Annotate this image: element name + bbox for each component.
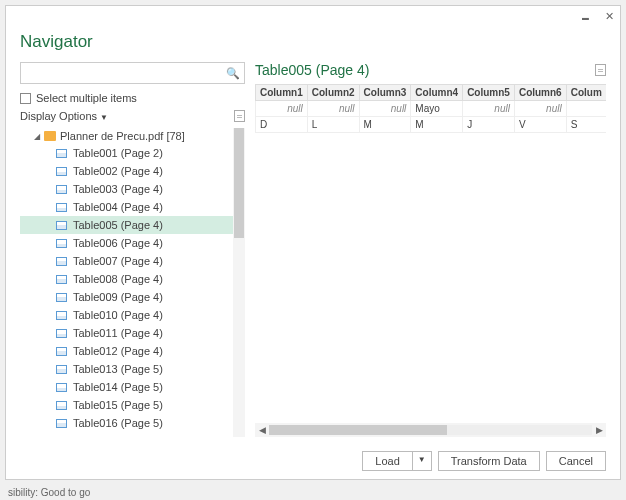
tree-item[interactable]: Table017 (Page 5) — [20, 432, 233, 437]
left-panel: 🔍 Select multiple items Display Options▼… — [20, 62, 245, 437]
transform-button[interactable]: Transform Data — [438, 451, 540, 471]
tree-item[interactable]: Table002 (Page 4) — [20, 162, 233, 180]
load-button[interactable]: Load ▼ — [362, 451, 431, 471]
preview-table: Column1Column2Column3Column4Column5Colum… — [255, 84, 606, 133]
search-icon[interactable]: 🔍 — [226, 67, 240, 80]
table-cell: null — [256, 101, 308, 117]
scroll-right-icon[interactable]: ▶ — [592, 425, 606, 435]
checkbox-icon[interactable] — [20, 93, 31, 104]
table-icon — [56, 383, 67, 392]
collapse-icon[interactable]: ◢ — [34, 132, 40, 141]
table-cell: null — [359, 101, 411, 117]
tree-item-label: Table005 (Page 4) — [73, 219, 163, 231]
table-cell: null — [307, 101, 359, 117]
tree-item[interactable]: Table016 (Page 5) — [20, 414, 233, 432]
tree-item[interactable]: Table012 (Page 4) — [20, 342, 233, 360]
tree-item-label: Table013 (Page 5) — [73, 363, 163, 375]
table-icon — [56, 347, 67, 356]
table-icon — [56, 221, 67, 230]
tree-item[interactable]: Table007 (Page 4) — [20, 252, 233, 270]
folder-icon — [44, 131, 56, 141]
table-row[interactable]: nullnullnullMayonullnull — [256, 101, 607, 117]
load-dropdown-icon[interactable]: ▼ — [412, 451, 432, 471]
preview-title: Table005 (Page 4) — [255, 62, 369, 78]
tree-item[interactable]: Table009 (Page 4) — [20, 288, 233, 306]
table-icon — [56, 167, 67, 176]
tree-item-label: Table001 (Page 2) — [73, 147, 163, 159]
tree-item-label: Table006 (Page 4) — [73, 237, 163, 249]
column-header[interactable]: Column6 — [514, 85, 566, 101]
table-cell: M — [359, 117, 411, 133]
scrollbar-thumb[interactable] — [234, 128, 244, 238]
tree-item[interactable]: Table010 (Page 4) — [20, 306, 233, 324]
table-row[interactable]: DLMMJVS — [256, 117, 607, 133]
table-cell: null — [514, 101, 566, 117]
hscroll-thumb[interactable] — [269, 425, 447, 435]
display-options-button[interactable]: Display Options▼ — [20, 110, 108, 122]
table-cell: S — [566, 117, 606, 133]
tree-item-label: Table003 (Page 4) — [73, 183, 163, 195]
tree-item-label: Table014 (Page 5) — [73, 381, 163, 393]
dialog-title: Navigator — [6, 26, 620, 62]
tree-item[interactable]: Table003 (Page 4) — [20, 180, 233, 198]
table-icon — [56, 257, 67, 266]
preview-options-icon[interactable] — [595, 64, 606, 76]
select-multiple-label: Select multiple items — [36, 92, 137, 104]
table-cell: V — [514, 117, 566, 133]
tree-item[interactable]: Table014 (Page 5) — [20, 378, 233, 396]
table-cell: D — [256, 117, 308, 133]
column-header[interactable]: Colum — [566, 85, 606, 101]
tree-item[interactable]: Table006 (Page 4) — [20, 234, 233, 252]
column-header[interactable]: Column5 — [463, 85, 515, 101]
close-icon[interactable]: ✕ — [605, 10, 614, 23]
tree-item-label: Table012 (Page 4) — [73, 345, 163, 357]
root-label: Planner de Precu.pdf [78] — [60, 130, 185, 142]
tree-root[interactable]: ◢ Planner de Precu.pdf [78] — [20, 128, 233, 144]
tree-item-label: Table011 (Page 4) — [73, 327, 163, 339]
column-header[interactable]: Column3 — [359, 85, 411, 101]
refresh-icon[interactable] — [234, 110, 245, 122]
search-box[interactable]: 🔍 — [20, 62, 245, 84]
tree: ◢ Planner de Precu.pdf [78] Table001 (Pa… — [20, 128, 245, 437]
table-icon — [56, 365, 67, 374]
column-header[interactable]: Column2 — [307, 85, 359, 101]
tree-item-label: Table010 (Page 4) — [73, 309, 163, 321]
search-input[interactable] — [25, 67, 226, 79]
table-icon — [56, 149, 67, 158]
tree-item-label: Table009 (Page 4) — [73, 291, 163, 303]
navigator-dialog: 🗕 ✕ Navigator 🔍 Select multiple items Di… — [5, 5, 621, 480]
table-icon — [56, 293, 67, 302]
tree-item[interactable]: Table005 (Page 4) — [20, 216, 233, 234]
select-multiple-row[interactable]: Select multiple items — [20, 92, 245, 104]
table-icon — [56, 401, 67, 410]
table-icon — [56, 311, 67, 320]
table-cell: J — [463, 117, 515, 133]
table-cell: L — [307, 117, 359, 133]
table-icon — [56, 185, 67, 194]
tree-item[interactable]: Table013 (Page 5) — [20, 360, 233, 378]
tree-item[interactable]: Table015 (Page 5) — [20, 396, 233, 414]
preview-panel: Table005 (Page 4) Column1Column2Column3C… — [255, 62, 606, 437]
cancel-button[interactable]: Cancel — [546, 451, 606, 471]
table-icon — [56, 329, 67, 338]
tree-item[interactable]: Table011 (Page 4) — [20, 324, 233, 342]
table-cell: null — [463, 101, 515, 117]
tree-scrollbar[interactable] — [233, 128, 245, 437]
tree-item[interactable]: Table001 (Page 2) — [20, 144, 233, 162]
tree-item-label: Table017 (Page 5) — [73, 435, 163, 437]
tree-item-label: Table002 (Page 4) — [73, 165, 163, 177]
column-header[interactable]: Column4 — [411, 85, 463, 101]
tree-item[interactable]: Table004 (Page 4) — [20, 198, 233, 216]
table-icon — [56, 275, 67, 284]
table-cell: Mayo — [411, 101, 463, 117]
scroll-left-icon[interactable]: ◀ — [255, 425, 269, 435]
table-icon — [56, 437, 67, 438]
column-header[interactable]: Column1 — [256, 85, 308, 101]
tree-item-label: Table016 (Page 5) — [73, 417, 163, 429]
status-bar: sibility: Good to go — [8, 487, 90, 498]
horizontal-scrollbar[interactable]: ◀ ▶ — [255, 423, 606, 437]
minimize-icon[interactable]: 🗕 — [580, 10, 591, 22]
tree-item[interactable]: Table008 (Page 4) — [20, 270, 233, 288]
footer: Load ▼ Transform Data Cancel — [6, 443, 620, 479]
table-cell — [566, 101, 606, 117]
